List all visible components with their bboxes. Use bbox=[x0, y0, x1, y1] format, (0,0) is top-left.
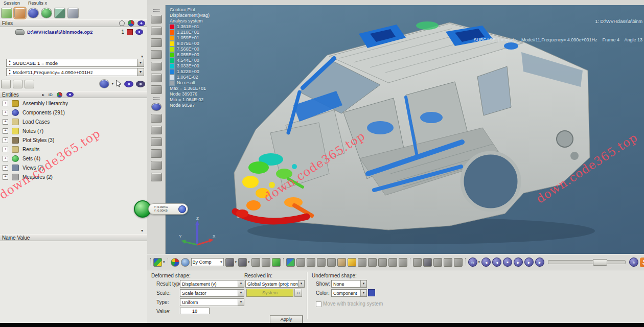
tab-close-icon[interactable]: x bbox=[45, 1, 48, 6]
panel-stack-icon[interactable] bbox=[151, 50, 162, 59]
expander-icon[interactable]: + bbox=[3, 128, 8, 134]
green-mesh-icon[interactable] bbox=[272, 258, 281, 267]
resolved-system-select[interactable]: Global System (proj: none)▼ bbox=[245, 280, 305, 288]
panel-icon[interactable] bbox=[151, 38, 162, 47]
annotation-icon[interactable] bbox=[423, 258, 432, 267]
walkthrough-icon[interactable] bbox=[399, 258, 407, 267]
image-plane-icon[interactable] bbox=[388, 258, 397, 267]
anim-first-button[interactable]: ◀ bbox=[481, 258, 491, 267]
screen-icon[interactable] bbox=[151, 85, 162, 94]
eye-tool-icon[interactable] bbox=[151, 114, 162, 123]
pointer-icon[interactable]: ▸ bbox=[42, 92, 44, 97]
file-visibility-icon[interactable] bbox=[135, 29, 143, 35]
chevron-down-icon[interactable]: ▾ bbox=[235, 260, 237, 264]
color-select[interactable]: Component▼ bbox=[331, 289, 367, 297]
color-swatch[interactable] bbox=[368, 289, 375, 296]
visibility-column-icon[interactable] bbox=[66, 92, 74, 97]
target-tool-icon[interactable] bbox=[151, 137, 162, 146]
tracking-checkbox[interactable] bbox=[316, 301, 321, 307]
show-select[interactable]: None▼ bbox=[331, 280, 367, 288]
cursor-icon[interactable] bbox=[116, 80, 122, 87]
scale-select[interactable]: Scale factor▼ bbox=[180, 289, 244, 297]
chevron-down-icon[interactable]: ▼ bbox=[137, 59, 144, 66]
isolate-icon[interactable] bbox=[119, 20, 125, 26]
toolbar-grip[interactable] bbox=[410, 258, 410, 266]
subcase-spinner[interactable]: ▴▾ bbox=[8, 59, 12, 66]
tree-item-loadcases[interactable]: +Load Cases bbox=[0, 117, 147, 126]
expander-icon[interactable]: + bbox=[3, 165, 8, 171]
mesh-icon[interactable] bbox=[251, 258, 260, 267]
color-mode-icon[interactable] bbox=[128, 20, 134, 27]
anim-last-button[interactable]: ▶ bbox=[535, 258, 544, 267]
expander-icon[interactable]: + bbox=[3, 174, 8, 180]
measure-icon[interactable] bbox=[358, 258, 366, 267]
chevron-down-icon[interactable]: ▾ bbox=[111, 82, 113, 86]
toolbar-grip[interactable] bbox=[153, 97, 160, 100]
show-icon[interactable] bbox=[124, 81, 133, 87]
sphere-green-icon[interactable] bbox=[41, 8, 52, 18]
result-type-select[interactable]: Displacement (v)▼ bbox=[180, 280, 244, 288]
subcase-select[interactable]: ▴▾ SUBCASE 1 = mode ▼ bbox=[6, 59, 144, 67]
tree-item-results[interactable]: +Results bbox=[0, 145, 147, 154]
tree-item-sets[interactable]: +Sets (4) bbox=[0, 154, 147, 163]
value-input[interactable] bbox=[180, 308, 210, 314]
result-file-row[interactable]: D:\WVHclass\5\binmode.op2 1 bbox=[0, 28, 147, 36]
entity-sphere-icon[interactable] bbox=[151, 103, 162, 111]
contour-plot-icon[interactable] bbox=[153, 258, 162, 267]
anim-slider-handle[interactable] bbox=[593, 259, 607, 266]
anim-loop-button[interactable]: ↻ bbox=[629, 258, 638, 267]
collapse-all-icon[interactable] bbox=[13, 80, 22, 88]
mode-spinner[interactable]: ▴▾ bbox=[8, 68, 12, 76]
chevron-down-icon[interactable]: ▼ bbox=[137, 68, 144, 76]
animation-clock-icon[interactable]: ◷ bbox=[468, 258, 477, 267]
sphere-blue-icon[interactable] bbox=[28, 8, 39, 18]
expander-icon[interactable]: + bbox=[3, 101, 8, 106]
tree-item-components[interactable]: +Components (291) bbox=[0, 108, 147, 117]
expand-all-icon[interactable] bbox=[1, 80, 11, 88]
display-sphere-icon[interactable] bbox=[99, 79, 109, 88]
pie-chart-icon[interactable] bbox=[171, 258, 179, 267]
tracking-tool-icon[interactable] bbox=[151, 126, 162, 134]
tab-session[interactable]: Session bbox=[2, 1, 21, 7]
anim-stop-button[interactable]: ■ bbox=[503, 258, 512, 267]
clip-tool-icon[interactable] bbox=[151, 149, 162, 158]
id-column-icon[interactable]: ID bbox=[49, 92, 53, 97]
toolbar-grip[interactable] bbox=[465, 258, 466, 266]
pointer-gear-icon[interactable] bbox=[67, 8, 79, 18]
tab-results[interactable]: Results x bbox=[27, 1, 49, 7]
open-session-icon[interactable] bbox=[1, 8, 12, 18]
capture-icon[interactable] bbox=[444, 258, 452, 267]
collapse-arrow-icon[interactable]: ▾ bbox=[141, 54, 143, 59]
measure-tooltip[interactable]: Y: 0.00KG Y: 0.00KB bbox=[134, 200, 188, 218]
anim-slider[interactable] bbox=[548, 260, 626, 264]
refresh-icon[interactable] bbox=[25, 80, 34, 88]
dome-icon[interactable] bbox=[262, 258, 270, 267]
contour-cube-icon[interactable] bbox=[151, 27, 162, 35]
flag-tool-icon[interactable] bbox=[151, 173, 162, 181]
trace-icon[interactable] bbox=[433, 258, 442, 267]
h-button[interactable]: H bbox=[294, 289, 302, 297]
torch-light-icon[interactable] bbox=[348, 258, 356, 267]
save-session-icon[interactable] bbox=[14, 8, 26, 18]
tree-item-assembly[interactable]: +Assembly Hierarchy bbox=[0, 99, 147, 108]
graphics-viewport[interactable]: Contour Plot Displacement(Mag) Analysis … bbox=[166, 5, 644, 254]
toolbar-grip[interactable] bbox=[283, 258, 284, 266]
tracking-icon[interactable] bbox=[368, 258, 377, 267]
anim-play-button[interactable]: ▶ bbox=[514, 258, 523, 267]
file-color-swatch[interactable] bbox=[127, 29, 133, 35]
tree-item-views[interactable]: +Views (7) bbox=[0, 163, 147, 172]
visibility-icon[interactable] bbox=[137, 20, 145, 26]
quick-query-icon[interactable] bbox=[413, 258, 422, 267]
monitor-icon[interactable] bbox=[151, 62, 162, 71]
expander-icon[interactable]: + bbox=[3, 119, 8, 125]
tree-item-plotstyles[interactable]: +Plot Styles (3) bbox=[0, 135, 147, 145]
type-select[interactable]: Uniform▼ bbox=[180, 298, 244, 306]
measure-orb-icon[interactable] bbox=[178, 205, 186, 213]
mode-select[interactable]: ▴▾ Mode#11,Frequency= 4.090e+001Hz ▼ bbox=[6, 68, 144, 76]
iso-clip-icon[interactable] bbox=[286, 258, 295, 267]
note-attach-icon[interactable] bbox=[337, 258, 346, 267]
sphere-shaded-icon[interactable] bbox=[225, 258, 234, 267]
walk-icon[interactable] bbox=[151, 74, 162, 82]
expander-icon[interactable]: + bbox=[3, 110, 8, 115]
sphere-dark-icon[interactable] bbox=[238, 258, 247, 267]
